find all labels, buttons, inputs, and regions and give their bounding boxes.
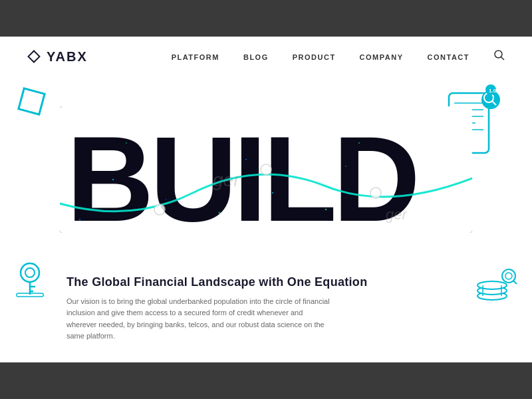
nav-link-product[interactable]: PRODUCT	[293, 53, 336, 61]
svg-point-56	[477, 281, 507, 289]
hero-headline: The Global Financial Landscape with One …	[66, 275, 399, 289]
svg-line-2	[501, 57, 505, 61]
nav-link-platform[interactable]: PLATFORM	[172, 53, 219, 61]
svg-line-61	[513, 281, 517, 284]
navbar: YABX PLATFORM BLOG PRODUCT COMPANY CONTA…	[0, 37, 532, 76]
nav-link-contact[interactable]: CONTACT	[428, 53, 469, 61]
svg-point-48	[21, 263, 39, 282]
build-text-container: BUILD BUILD	[0, 96, 532, 243]
nav-item-company[interactable]: COMPANY	[360, 51, 404, 63]
bottom-chrome-bar	[0, 362, 532, 399]
search-icon[interactable]	[493, 49, 505, 64]
svg-text:BUILD: BUILD	[273, 172, 472, 233]
top-chrome-bar	[0, 0, 532, 37]
nav-item-platform[interactable]: PLATFORM	[172, 51, 219, 63]
svg-point-1	[495, 51, 502, 58]
hero-section: BUILD BUILD	[0, 76, 532, 356]
hero-description: Our vision is to bring the global underb…	[66, 296, 332, 342]
nav-link-company[interactable]: COMPANY	[360, 53, 404, 61]
main-content: YABX PLATFORM BLOG PRODUCT COMPANY CONTA…	[0, 37, 532, 362]
svg-rect-53	[17, 293, 43, 297]
nav-link-blog[interactable]: BLOG	[243, 53, 269, 61]
svg-rect-0	[29, 51, 40, 63]
bottom-right-icon	[472, 263, 519, 309]
bottom-left-icon	[13, 256, 53, 303]
nav-links: PLATFORM BLOG PRODUCT COMPANY CONTACT	[172, 51, 469, 63]
nav-item-blog[interactable]: BLOG	[243, 51, 269, 63]
hero-text-content: The Global Financial Landscape with One …	[66, 275, 399, 342]
logo-text: YABX	[47, 49, 88, 65]
logo-icon	[27, 49, 41, 64]
logo[interactable]: YABX	[27, 49, 88, 65]
build-mask-svg: BUILD	[266, 170, 472, 233]
svg-text:1.0: 1.0	[489, 88, 497, 94]
nav-item-product[interactable]: PRODUCT	[293, 51, 336, 63]
nav-item-contact[interactable]: CONTACT	[428, 51, 469, 63]
